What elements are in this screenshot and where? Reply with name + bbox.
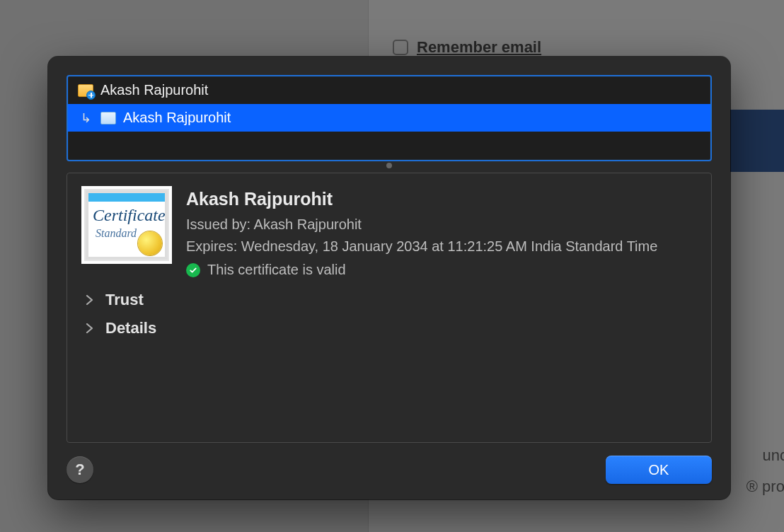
certificate-badge-title: Certificate [93, 206, 166, 225]
certificate-chain-list[interactable]: Akash Rajpurohit ↳ Akash Rajpurohit [67, 75, 712, 161]
leaf-certificate-icon [100, 112, 116, 125]
ok-button[interactable]: OK [606, 456, 712, 484]
trust-label: Trust [105, 291, 144, 309]
certificate-expires: Expires: Wednesday, 18 January 2034 at 1… [186, 236, 657, 258]
certificate-seal-icon [138, 231, 162, 255]
root-certificate-icon [78, 84, 93, 97]
details-label: Details [105, 319, 156, 337]
checkmark-icon [186, 263, 200, 277]
certificate-valid-row: This certificate is valid [186, 262, 657, 278]
cert-chain-root-label: Akash Rajpurohit [100, 82, 208, 98]
resize-grip[interactable] [67, 161, 712, 173]
help-button[interactable]: ? [67, 456, 93, 483]
cert-chain-child-row[interactable]: ↳ Akash Rajpurohit [68, 104, 710, 132]
chevron-right-icon [84, 323, 94, 333]
chevron-right-icon [84, 295, 94, 305]
certificate-issued-by: Issued by: Akash Rajpurohit [186, 214, 657, 236]
cert-chain-child-label: Akash Rajpurohit [123, 110, 231, 126]
trust-disclosure[interactable]: Trust [84, 291, 694, 309]
certificate-detail-panel: Certificate Standard Akash Rajpurohit Is… [67, 173, 712, 443]
certificate-dialog: Akash Rajpurohit ↳ Akash Rajpurohit Cert… [48, 57, 730, 499]
details-disclosure[interactable]: Details [84, 319, 694, 337]
cert-chain-root-row[interactable]: Akash Rajpurohit [68, 76, 710, 104]
certificate-valid-text: This certificate is valid [207, 262, 346, 278]
child-indent-icon: ↳ [78, 110, 93, 126]
certificate-badge-subtitle: Standard [96, 227, 137, 240]
certificate-badge-icon: Certificate Standard [84, 189, 169, 261]
certificate-name: Akash Rajpurohit [186, 189, 657, 209]
